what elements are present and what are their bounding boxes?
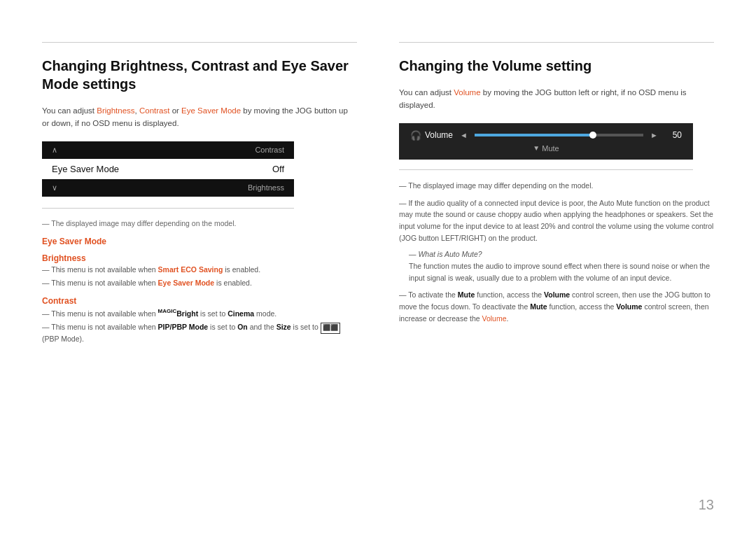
right-note2: If the audio quality of a connected inpu… — [399, 197, 714, 244]
volume-thumb — [589, 132, 596, 139]
mute-row: ▼ Mute — [410, 141, 682, 153]
volume-value: 50 — [665, 130, 682, 140]
right-title: Changing the Volume setting — [399, 57, 714, 75]
right-column: Changing the Volume setting You can adju… — [399, 42, 714, 506]
contrast-note2: This menu is not available when PIP/PBP … — [42, 322, 357, 344]
osd-brightness-row: Brightness — [42, 179, 294, 197]
left-note1: The displayed image may differ depending… — [42, 218, 357, 230]
volume-fill — [475, 134, 593, 136]
right-intro: You can adjust Volume by moving the JOG … — [399, 86, 714, 112]
osd-contrast-row: Contrast — [42, 141, 294, 159]
right-note2-sub: The function mutes the audio to improve … — [409, 260, 714, 284]
contrast-label: Contrast — [42, 296, 357, 306]
mute-arrow-icon: ▼ — [533, 144, 540, 153]
brightness-label: Brightness — [42, 253, 357, 263]
eye-saver-label: Eye Saver Mode — [42, 237, 357, 246]
left-column: Changing Brightness, Contrast and Eye Sa… — [42, 42, 357, 506]
osd-eye-saver-row: Eye Saver Mode Off — [42, 159, 294, 179]
brightness-note1: This menu is not available when Smart EC… — [42, 265, 357, 276]
headphone-icon: 🎧 — [410, 130, 421, 141]
mute-label: Mute — [542, 144, 559, 153]
volume-label: 🎧 Volume — [410, 130, 453, 141]
brightness-note2: This menu is not available when Eye Save… — [42, 278, 357, 289]
volume-bar-container: 🎧 Volume ◄ ► 50 ▼ Mute — [399, 123, 693, 160]
left-title: Changing Brightness, Contrast and Eye Sa… — [42, 57, 357, 93]
right-note1: The displayed image may differ depending… — [399, 180, 714, 192]
osd-menu: Contrast Eye Saver Mode Off Brightness — [42, 141, 294, 197]
volume-arrow-left: ◄ — [460, 131, 468, 139]
volume-arrow-right: ► — [650, 131, 658, 139]
right-note2-sub-label: What is Auto Mute? — [409, 250, 714, 258]
volume-track — [475, 134, 643, 136]
left-divider — [42, 208, 294, 209]
contrast-note1: This menu is not available when MAGICBri… — [42, 307, 357, 319]
left-intro: You can adjust Brightness, Contrast or E… — [42, 104, 357, 130]
volume-divider — [399, 169, 693, 170]
volume-row: 🎧 Volume ◄ ► 50 — [410, 130, 682, 141]
page-number: 13 — [699, 497, 714, 513]
right-note3: To activate the Mute function, access th… — [399, 289, 714, 324]
